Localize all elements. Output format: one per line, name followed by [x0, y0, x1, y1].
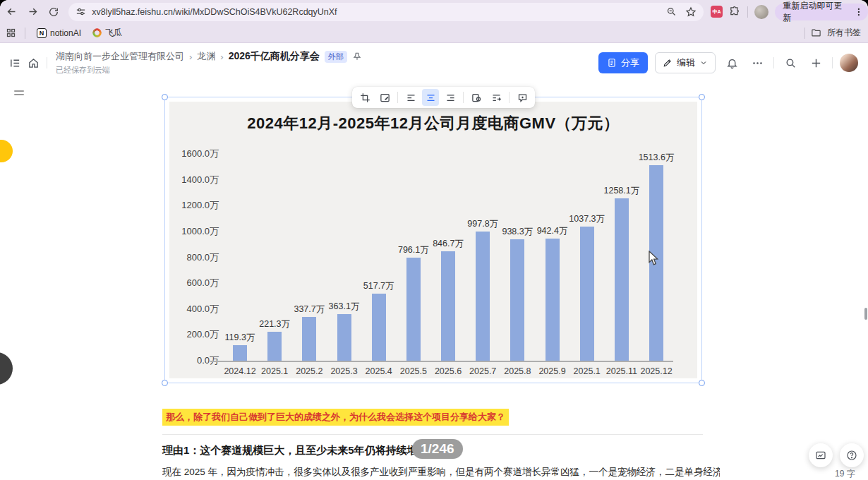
divider: [773, 57, 774, 68]
mouse-cursor: [648, 251, 659, 266]
reload-button[interactable]: [45, 3, 64, 21]
bar-value-label: 1513.6万: [639, 152, 675, 164]
help-button[interactable]: [840, 443, 864, 467]
divider: [509, 92, 510, 103]
browser-toolbar: xv8lyll5haz.feishu.cn/wiki/MxDDwSChOiS4B…: [0, 0, 868, 23]
reason-heading[interactable]: 理由1：这个赛道规模巨大，且至少未来5年仍将持续增长: [162, 444, 428, 457]
restart-update-button[interactable]: 重新启动即可更新: [775, 4, 868, 20]
bar-value-label: 1258.1万: [603, 185, 639, 197]
bar-value-label: 942.4万: [537, 225, 568, 237]
y-axis-tick: 600.0万: [169, 277, 219, 289]
breadcrumb-company[interactable]: 湖南向前一步企业管理有限公司: [56, 50, 184, 63]
outline-icon: [14, 90, 24, 92]
url-text[interactable]: xv8lyll5haz.feishu.cn/wiki/MxDDwSChOiS4B…: [92, 7, 666, 17]
notifications-button[interactable]: [723, 54, 741, 72]
bookmark-notionai[interactable]: N notionAI: [37, 28, 81, 38]
gmv-bar-chart[interactable]: 2024年12月-2025年12月公司月度电商GMV（万元） 0.0万200.0…: [169, 102, 697, 378]
kebab-menu-icon[interactable]: [854, 7, 864, 17]
bar-value-label: 221.3万: [259, 318, 290, 330]
bookmarks-bar: N notionAI 飞瓜 所有书签: [0, 23, 868, 43]
y-axis-tick: 1200.0万: [169, 199, 219, 212]
body-paragraph[interactable]: 现在 2025 年，因为疫情冲击，很多实体以及很多产业收到严重影响，但是有两个赛…: [162, 465, 720, 479]
home-button[interactable]: [24, 54, 42, 72]
external-badge: 外部: [325, 51, 347, 63]
resize-handle-bottom-right[interactable]: [699, 380, 705, 386]
y-axis-tick: 800.0万: [169, 251, 219, 264]
move-to-button[interactable]: [488, 89, 505, 106]
link-icon: [471, 92, 482, 103]
x-axis-tick: 2025.2: [296, 366, 323, 376]
bookmark-feigua[interactable]: 飞瓜: [92, 27, 122, 39]
bar-value-label: 1037.3万: [569, 213, 605, 225]
pencil-icon: [663, 58, 673, 68]
bar-2025.8: [510, 239, 524, 361]
x-axis-tick: 2025.12: [640, 366, 672, 376]
comment-button[interactable]: [514, 89, 531, 106]
x-axis-tick: 2025.7: [469, 366, 496, 376]
feigua-icon: [92, 28, 102, 37]
page-title[interactable]: 2026千亿商机分享会: [229, 50, 320, 63]
resize-handle-top-left[interactable]: [162, 94, 168, 100]
browser-profile-avatar[interactable]: [754, 5, 768, 19]
user-avatar[interactable]: [840, 54, 858, 72]
x-axis-tick: 2025.5: [400, 366, 427, 376]
more-actions-button[interactable]: [748, 54, 766, 72]
scrollbar-thumb[interactable]: [864, 308, 867, 320]
annotate-button[interactable]: [376, 89, 393, 106]
word-count: 19 字: [835, 468, 855, 480]
bar-value-label: 119.3万: [225, 332, 255, 344]
site-settings-icon[interactable]: [76, 6, 86, 17]
apps-grid-icon[interactable]: [6, 28, 16, 38]
align-right-button[interactable]: [442, 89, 459, 106]
bar-2025.7: [476, 232, 490, 361]
y-axis-tick: 200.0万: [169, 328, 219, 341]
resize-handle-top-right[interactable]: [699, 94, 705, 100]
zoom-icon[interactable]: [666, 6, 677, 17]
bar-2025.11: [615, 198, 629, 361]
bar-2025.2: [302, 317, 316, 361]
back-button[interactable]: [3, 3, 21, 21]
align-left-icon: [406, 92, 416, 103]
bookmark-star-icon[interactable]: [685, 6, 697, 18]
extensions-puzzle-icon[interactable]: [729, 6, 741, 18]
create-new-button[interactable]: [807, 54, 825, 72]
search-button[interactable]: [781, 54, 800, 72]
address-bar[interactable]: xv8lyll5haz.feishu.cn/wiki/MxDDwSChOiS4B…: [68, 3, 704, 21]
chart-title: 2024年12月-2025年12月公司月度电商GMV（万元）: [169, 113, 697, 134]
share-button[interactable]: 分享: [598, 52, 648, 73]
x-axis-tick: 2025.11: [606, 366, 637, 376]
outline-toggle-button[interactable]: [14, 90, 24, 95]
share-doc-icon: [607, 58, 617, 68]
image-toolbar: [352, 87, 535, 108]
resize-handle-bottom-left[interactable]: [162, 380, 168, 386]
crop-button[interactable]: [356, 89, 373, 106]
crop-icon: [360, 92, 370, 103]
all-bookmarks-button[interactable]: 所有书签: [827, 27, 861, 39]
bar-2025.1: [580, 227, 594, 361]
align-center-button[interactable]: [422, 89, 439, 106]
tree-icon: [9, 57, 21, 69]
align-center-icon: [426, 92, 436, 103]
forward-button[interactable]: [24, 3, 42, 21]
bar-value-label: 997.8万: [467, 218, 498, 230]
pin-icon[interactable]: [352, 52, 362, 61]
translate-extension-icon[interactable]: 中A: [711, 6, 723, 18]
y-axis-tick: 1000.0万: [169, 225, 219, 238]
divider: [832, 57, 833, 68]
x-axis-tick: 2025.3: [330, 366, 357, 376]
page-counter-badge: 1/246: [412, 439, 463, 459]
divider: [47, 57, 47, 68]
record-button[interactable]: [809, 443, 833, 467]
highlighted-question[interactable]: 那么，除了我们自己做到了巨大的成绩之外，为什么我会选择这个项目分享给大家？: [162, 409, 509, 426]
bar-value-label: 846.7万: [433, 238, 464, 250]
wiki-tree-toggle-button[interactable]: [6, 54, 24, 72]
bar-2025.9: [545, 239, 560, 361]
x-axis-tick: 2025.1: [574, 366, 601, 376]
edit-button[interactable]: 编辑: [655, 52, 716, 73]
breadcrumb-space[interactable]: 龙渊: [197, 50, 215, 63]
bookmark-label: notionAI: [50, 28, 81, 38]
bar-value-label: 796.1万: [398, 244, 429, 256]
copy-link-button[interactable]: [468, 89, 485, 106]
align-right-icon: [445, 92, 456, 103]
align-left-button[interactable]: [402, 89, 419, 106]
